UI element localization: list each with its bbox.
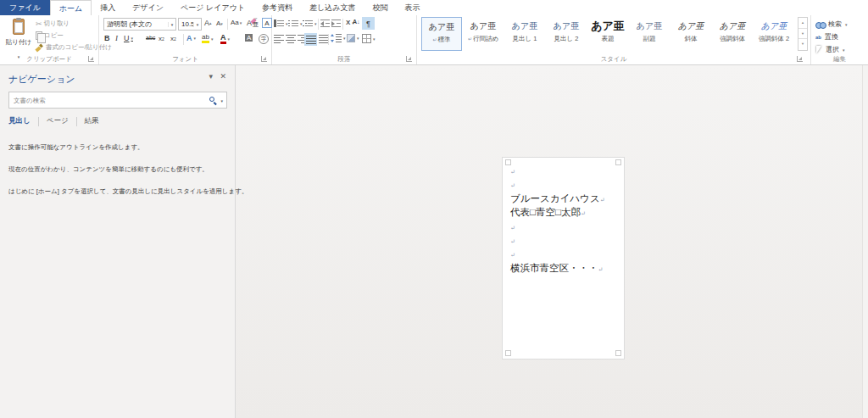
page-text[interactable]: ブルースカイハウス 代表□青空□太郎 横浜市青空区・・・ [510,164,605,275]
show-hide-marks-button[interactable]: ¶ [362,17,375,30]
navigation-pane-menu-icon[interactable]: ▾ [209,72,213,81]
style-intense-emphasis[interactable]: あア亜 強調斜体 2 [754,17,794,51]
search-icon[interactable] [209,97,214,102]
line-spacing-button[interactable] [331,34,346,42]
change-case-button[interactable]: Aa [231,19,242,26]
tab-design[interactable]: デザイン [124,0,172,15]
increase-indent-button[interactable] [331,20,341,27]
tab-home[interactable]: ホーム [50,0,92,15]
text-effects-button[interactable]: A [186,34,196,42]
tab-mailings[interactable]: 差し込み文書 [301,0,364,15]
numbering-button[interactable] [288,20,303,27]
style-scroll-down-icon[interactable]: ▼ [798,29,807,40]
underline-button[interactable]: U [124,34,133,42]
document-area[interactable]: ブルースカイハウス 代表□青空□太郎 横浜市青空区・・・ [236,65,868,418]
style-normal[interactable]: あア亜 標準 [421,17,462,51]
document-page[interactable]: ブルースカイハウス 代表□青空□太郎 横浜市青空区・・・ [502,157,625,359]
style-gallery-scroll[interactable]: ▲ ▼ ▼ [798,17,808,51]
word-window: ファイル ホーム 挿入 デザイン ページ レイアウト 参考資料 差し込み文書 校… [0,0,868,418]
copy-button[interactable]: コピー [36,31,64,40]
shading-button[interactable] [347,34,359,42]
find-icon [815,21,825,28]
character-shading-button[interactable]: A [245,34,253,42]
find-button[interactable]: 検索 [815,20,848,29]
pilcrow-mark [600,193,605,203]
clear-formatting-button[interactable]: A [247,19,252,27]
phonetic-guide-button[interactable]: ア亜 [253,18,259,27]
justify-button[interactable] [304,33,317,46]
borders-button[interactable] [362,34,376,43]
style-scroll-up-icon[interactable]: ▲ [798,18,807,29]
replace-button[interactable]: ab 置換 [815,32,838,42]
select-button[interactable]: 選択 [815,45,845,54]
tab-file[interactable]: ファイル [0,0,50,15]
multilevel-list-button[interactable] [303,20,317,27]
nav-tab-headings[interactable]: 見出し [8,116,31,126]
subscript-button[interactable]: x2 [159,35,164,42]
tab-insert[interactable]: 挿入 [92,0,124,15]
navigation-pane-close-icon[interactable]: ✕ [220,72,226,81]
format-painter-icon [36,43,44,52]
bold-button[interactable]: B [104,34,110,42]
style-heading1[interactable]: あア亜 見出し 1 [504,17,545,51]
strikethrough-button[interactable]: abc [146,35,155,41]
document-search-input[interactable]: 文書の検索 ▾ [8,92,227,109]
style-subtle-emphasis[interactable]: あア亜 斜体 [670,17,711,51]
bullets-button[interactable] [274,20,288,27]
decrease-indent-button[interactable] [320,20,330,27]
borders-icon [362,34,371,43]
style-emphasis[interactable]: あア亜 強調斜体 [712,17,753,51]
styles-dialog-launcher[interactable] [797,56,803,62]
style-no-spacing[interactable]: あア亜 行間詰め [463,17,504,51]
italic-button[interactable]: I [115,34,118,42]
pilcrow-mark [581,207,586,217]
numbering-icon [288,20,298,27]
nav-description-line: はじめに [ホーム] タブを選択して、文書の見出しに見出しスタイルを適用します。 [8,187,248,196]
tab-page-layout[interactable]: ページ レイアウト [172,0,253,15]
nav-tab-pages[interactable]: ページ [47,116,69,126]
crop-mark-icon [615,159,621,165]
cut-button[interactable]: ✂ 切り取り [36,20,70,28]
font-dialog-launcher[interactable] [261,56,267,62]
font-size-dropdown-icon: ▾ [193,22,201,27]
grow-font-button[interactable]: A▴ [204,19,212,27]
clipboard-dialog-launcher[interactable] [88,56,94,62]
tab-references[interactable]: 参考資料 [253,0,301,15]
style-gallery-more-icon[interactable]: ▼ [798,39,807,50]
pilcrow-mark [510,221,515,231]
navigation-tabs: 見出し ページ 結果 [8,116,99,126]
pilcrow-mark [510,235,515,245]
bullets-icon [274,20,284,27]
font-name-dropdown-icon: ▾ [168,22,175,27]
nav-tab-results[interactable]: 結果 [85,116,99,126]
group-paragraph: X A ¶ 段落 [272,15,417,64]
nav-description-line: 文書に操作可能なアウトラインを作成します。 [8,143,144,152]
sort-button[interactable]: A [353,19,360,25]
navigation-pane: ナビゲーション ▾ ✕ 文書の検索 ▾ 見出し ページ 結果 文書に操作可能なア… [0,65,236,418]
font-color-button[interactable]: A [220,34,230,44]
style-title[interactable]: あア亜 表題 [587,17,628,51]
group-font: 游明朝 (本文の ▾ 10.5 ▾ A▴ A▾ Aa A ア亜 A B I U … [99,15,272,64]
search-dropdown-icon[interactable]: ▾ [220,98,223,103]
superscript-button[interactable]: x2 [170,35,176,42]
align-center-button[interactable] [286,35,296,43]
copy-icon [36,31,42,40]
font-name-combo[interactable]: 游明朝 (本文の ▾ [103,18,176,31]
enclose-characters-button[interactable]: 字 [259,34,269,44]
tab-review[interactable]: 校閲 [364,0,397,15]
shading-icon [347,34,355,42]
pilcrow-mark [510,179,515,189]
font-size-combo[interactable]: 10.5 ▾ [178,18,202,31]
workspace: ナビゲーション ▾ ✕ 文書の検索 ▾ 見出し ページ 結果 文書に操作可能なア… [0,65,868,418]
justify-icon [306,36,316,44]
character-border-button[interactable]: A [262,18,272,28]
shrink-font-button[interactable]: A▾ [216,20,223,27]
tab-view[interactable]: 表示 [397,0,429,15]
vertical-scrollbar[interactable] [862,65,868,418]
highlight-color-button[interactable]: ab [202,34,213,43]
align-left-button[interactable] [274,35,284,43]
style-heading2[interactable]: あア亜 見出し 2 [546,17,587,51]
align-center-icon [286,35,296,43]
paragraph-dialog-launcher[interactable] [406,56,412,62]
style-subtitle[interactable]: あア亜 副題 [629,17,670,51]
